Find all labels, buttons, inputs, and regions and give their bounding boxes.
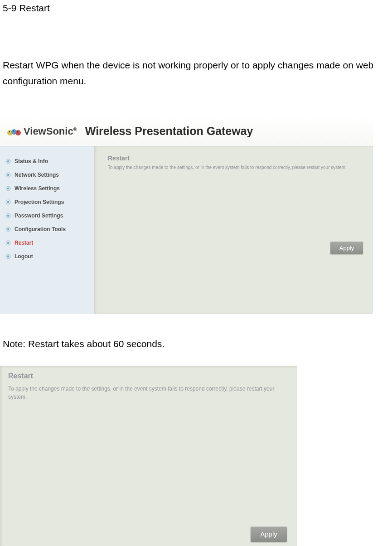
bullet-icon (5, 213, 11, 218)
svg-point-3 (9, 131, 10, 132)
apply-button[interactable]: Apply (251, 527, 287, 542)
brand-mark: ® (73, 126, 77, 131)
sidebar-item-configuration-tools[interactable]: Configuration Tools (0, 222, 94, 236)
restart-panel: Restart To apply the changes made to the… (0, 366, 297, 546)
svg-point-9 (7, 174, 9, 176)
intro-paragraph: Restart WPG when the device is not worki… (0, 57, 392, 89)
sidebar-item-status-info[interactable]: Status & Info (0, 155, 94, 168)
sidebar-item-wireless-settings[interactable]: Wireless Settings (0, 182, 94, 195)
content-heading: Restart (108, 155, 366, 162)
svg-point-13 (7, 201, 9, 203)
sidebar-item-restart[interactable]: Restart (0, 236, 94, 250)
content-pane: Restart To apply the changes made to the… (94, 146, 373, 314)
svg-point-17 (7, 228, 9, 230)
bullet-icon (5, 159, 11, 164)
sidebar-item-password-settings[interactable]: Password Settings (0, 209, 94, 222)
bullet-icon (5, 199, 11, 205)
sidebar-item-label: Wireless Settings (15, 185, 60, 192)
svg-point-5 (17, 131, 18, 132)
header-bar: ViewSonic® Wireless Presentation Gateway (0, 116, 373, 146)
sidebar-item-logout[interactable]: Logout (0, 250, 94, 263)
restart-card: Restart To apply the changes made to the… (108, 155, 366, 171)
sidebar-item-label: Status & Info (15, 158, 48, 164)
content-description: To apply the changes made to the setting… (108, 164, 366, 171)
viewsonic-birds-icon (6, 126, 22, 137)
panel-description: To apply the changes made to the setting… (8, 385, 289, 401)
sidebar: Status & Info Network Settings Wireless … (0, 146, 94, 314)
sidebar-item-projection-settings[interactable]: Projection Settings (0, 195, 94, 209)
body: Status & Info Network Settings Wireless … (0, 146, 373, 314)
bullet-icon (5, 227, 11, 232)
svg-point-11 (7, 188, 9, 189)
sidebar-item-network-settings[interactable]: Network Settings (0, 168, 94, 182)
sidebar-item-label: Configuration Tools (15, 226, 66, 232)
svg-point-2 (15, 130, 21, 135)
restart-panel-screenshot: Restart To apply the changes made to the… (0, 366, 297, 546)
svg-point-4 (13, 130, 14, 131)
svg-point-7 (7, 160, 9, 162)
svg-point-21 (7, 256, 9, 257)
note-paragraph: Note: Restart takes about 60 seconds. (0, 336, 392, 352)
page-title: Wireless Presentation Gateway (85, 125, 253, 138)
panel-heading: Restart (8, 372, 289, 380)
config-screenshot: ViewSonic® Wireless Presentation Gateway… (0, 116, 373, 314)
bullet-icon (5, 172, 11, 178)
svg-point-15 (7, 215, 9, 217)
section-title: 5-9 Restart (0, 0, 392, 16)
sidebar-item-label: Password Settings (15, 213, 63, 219)
svg-point-19 (7, 242, 9, 244)
sidebar-item-label: Restart (15, 240, 33, 246)
sidebar-item-label: Projection Settings (15, 199, 64, 205)
brand-name: ViewSonic® (24, 126, 77, 137)
sidebar-item-label: Network Settings (15, 172, 59, 178)
brand-text: ViewSonic (24, 126, 73, 137)
sidebar-item-label: Logout (15, 253, 33, 260)
bullet-icon (5, 254, 11, 259)
apply-button[interactable]: Apply (330, 242, 363, 254)
bullet-icon (5, 240, 11, 246)
bullet-icon (5, 186, 11, 191)
